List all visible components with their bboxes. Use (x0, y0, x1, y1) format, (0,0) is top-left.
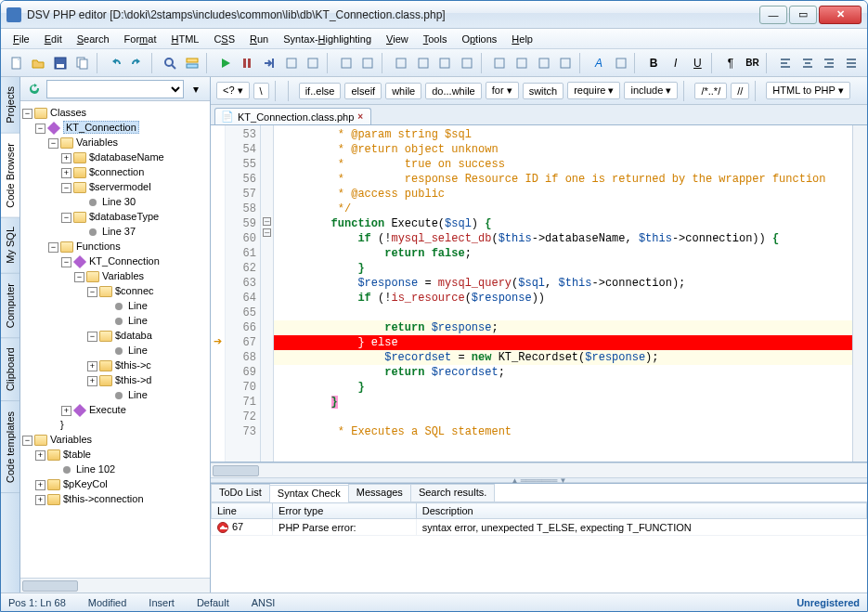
code-line[interactable] (274, 410, 852, 424)
file-tab[interactable]: 📄 KT_Connection.class.php × (214, 108, 371, 124)
expander-icon[interactable]: + (61, 153, 71, 163)
menu-html[interactable]: HTML (164, 32, 205, 46)
scope-select[interactable] (46, 80, 184, 98)
sidetab-code-browser[interactable]: Code Browser (1, 134, 19, 218)
code-line[interactable]: } (274, 380, 852, 395)
tree-node[interactable]: −$databaseType (22, 209, 208, 224)
tree-node[interactable]: Line 102 (22, 462, 208, 476)
snippet-if-else[interactable]: if..else (299, 83, 342, 99)
snippet-require[interactable]: require ▾ (567, 82, 620, 99)
para-button[interactable]: ¶ (720, 53, 741, 73)
row-button[interactable] (556, 53, 577, 73)
col-header[interactable]: Description (416, 503, 866, 519)
error-row[interactable]: 67PHP Parse error:syntax error, unexpect… (212, 519, 867, 536)
tree-node[interactable]: Line (22, 343, 208, 358)
tag-button[interactable] (611, 53, 631, 73)
code-line[interactable]: if (!is_resource($response)) (274, 291, 852, 306)
snippet-elseif[interactable]: elseif (344, 83, 382, 99)
menu-view[interactable]: View (380, 32, 415, 46)
titlebar[interactable]: DSV PHP editor [D:\doki\2stamps\includes… (1, 1, 867, 29)
col-button[interactable] (534, 53, 554, 73)
code-line[interactable]: $recordset = new KT_Recordset($response)… (274, 350, 852, 365)
expander-icon[interactable]: − (22, 436, 32, 446)
menu-search[interactable]: Search (71, 32, 116, 46)
sidetab-clipboard[interactable]: Clipboard (1, 338, 19, 401)
italic-button[interactable]: I (666, 53, 686, 73)
tree-node[interactable]: −Functions (22, 239, 208, 254)
snippet-do-while[interactable]: do...while (425, 83, 481, 99)
sidetab-my-sql[interactable]: My SQL (1, 217, 19, 274)
expander-icon[interactable]: + (35, 480, 45, 490)
expander-icon[interactable]: + (35, 495, 45, 505)
tree-node[interactable]: +$this->c (22, 358, 208, 372)
menu-options[interactable]: Options (455, 32, 503, 46)
redo-button[interactable] (127, 53, 148, 73)
open-button[interactable] (29, 53, 49, 73)
code-line[interactable]: if (!mysql_select_db($this->databaseName… (274, 231, 852, 246)
menu-file[interactable]: File (6, 32, 36, 46)
bottom-tab-syntax-check[interactable]: Syntax Check (269, 485, 349, 502)
menu-tools[interactable]: Tools (417, 32, 454, 46)
editor-vscroll[interactable] (852, 125, 867, 462)
expander-icon[interactable]: + (61, 406, 71, 416)
bold-button[interactable]: B (643, 53, 664, 73)
pause-button[interactable] (237, 53, 257, 73)
rect-button[interactable] (336, 53, 356, 73)
code-line[interactable]: } (274, 261, 852, 276)
fold-toggle[interactable]: − (263, 228, 271, 237)
undo-button[interactable] (105, 53, 125, 73)
syntax-check-grid[interactable]: LineError typeDescription67PHP Parse err… (211, 502, 867, 592)
editor[interactable]: ➔ 53545556575859606162636465666768697071… (211, 125, 867, 462)
code-line[interactable]: * response Resource ID if one is returne… (274, 172, 852, 187)
al-button[interactable] (775, 53, 796, 73)
tree-node[interactable]: +$this->d (22, 372, 208, 387)
save-button[interactable] (50, 53, 71, 73)
link-button[interactable] (413, 53, 434, 73)
code-line[interactable]: * @access public (274, 187, 852, 202)
expander-icon[interactable]: − (35, 124, 45, 134)
snippet-while[interactable]: while (385, 83, 421, 99)
run-button[interactable] (215, 53, 236, 73)
menu-edit[interactable]: Edit (38, 32, 69, 46)
snippet-[interactable]: // (731, 83, 749, 99)
tree-node[interactable]: +$this->connection (22, 491, 208, 506)
br-button[interactable]: BR (743, 53, 763, 73)
tree-node[interactable]: } (22, 417, 208, 432)
tree-node[interactable]: Line 37 (22, 224, 208, 239)
code-line[interactable]: } else (274, 335, 852, 350)
tree-node[interactable]: +$pKeyCol (22, 476, 208, 491)
code-line[interactable]: return $response; (274, 320, 852, 335)
close-tab-icon[interactable]: × (357, 111, 363, 122)
code-view[interactable]: * @param string $sql * @return object un… (274, 125, 852, 462)
expander-icon[interactable]: − (87, 287, 97, 297)
ar-button[interactable] (820, 53, 840, 73)
menu-help[interactable]: Help (505, 32, 539, 46)
menu-syntaxhighlighting[interactable]: Syntax-Highlighting (277, 32, 378, 46)
tree-node[interactable]: −KT_Connection (22, 120, 208, 135)
expander-icon[interactable]: − (61, 257, 71, 267)
table-button[interactable] (512, 53, 532, 73)
tree-node[interactable]: −Classes (22, 105, 208, 120)
bottom-tab-messages[interactable]: Messages (348, 484, 411, 501)
replace-button[interactable] (182, 53, 202, 73)
expander-icon[interactable]: + (87, 361, 97, 371)
step-button[interactable] (259, 53, 279, 73)
maximize-button[interactable]: ▭ (789, 6, 817, 24)
tree-node[interactable]: Line 30 (22, 194, 208, 209)
expander-icon[interactable]: + (61, 168, 71, 178)
expander-icon[interactable]: − (74, 272, 84, 282)
sidetab-code-templates[interactable]: Code templates (1, 402, 19, 493)
tree-hscroll[interactable] (20, 578, 210, 592)
fold-gutter[interactable]: −− (261, 125, 274, 462)
tree-node[interactable]: Line (22, 298, 208, 313)
line-number-gutter[interactable]: 5354555657585960616263646566676869707172… (226, 125, 261, 462)
underline-button[interactable]: U (688, 53, 708, 73)
new-button[interactable] (6, 53, 27, 73)
code-line[interactable]: * Executes a SQL statement (274, 424, 852, 439)
aj-button[interactable] (841, 53, 862, 73)
bottom-tab-todo-list[interactable]: ToDo List (211, 484, 270, 501)
hr-button[interactable] (358, 53, 379, 73)
sidetab-projects[interactable]: Projects (1, 77, 19, 134)
refresh-button[interactable] (24, 79, 45, 99)
img-button[interactable] (391, 53, 411, 73)
